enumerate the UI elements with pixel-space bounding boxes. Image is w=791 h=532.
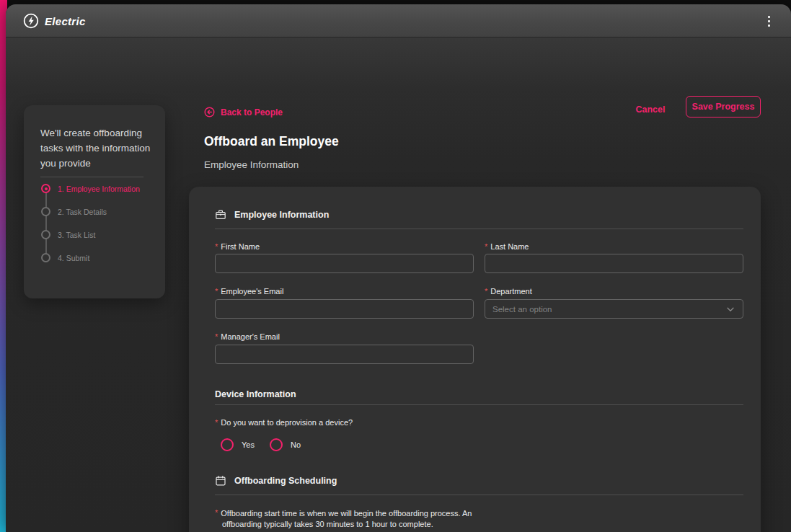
step-indicator-3: [41, 230, 50, 239]
department-select[interactable]: Select an option: [485, 299, 743, 319]
employee-email-label: * Employee's Email: [215, 287, 283, 296]
arrow-left-circle-icon: [204, 107, 215, 118]
deprovision-no-label: No: [291, 440, 301, 449]
main-area: We'll create offboarding tasks with the …: [6, 37, 791, 532]
chevron-down-icon: [725, 304, 735, 314]
department-select-placeholder: Select an option: [492, 305, 552, 314]
deprovision-yes-label: Yes: [242, 440, 255, 449]
stepper-connector-line: [45, 189, 47, 258]
device-information-section-title: Device Information: [215, 389, 296, 399]
app-window: Electric We'll create offboarding tasks …: [6, 4, 791, 532]
stepper-divider: [40, 177, 143, 177]
employee-email-input[interactable]: [215, 299, 474, 319]
brand-name: Electric: [45, 15, 86, 27]
department-label: * Department: [485, 287, 532, 296]
cancel-button[interactable]: Cancel: [633, 102, 668, 118]
sidebar-step-task-list[interactable]: 3. Task List: [58, 231, 95, 239]
required-asterisk: *: [485, 242, 487, 251]
stepper-intro-text: We'll create offboarding tasks with the …: [40, 125, 160, 171]
deprovision-yes-radio[interactable]: Yes: [221, 438, 255, 451]
briefcase-icon: [215, 209, 226, 221]
section-divider: [215, 495, 743, 495]
topbar: Electric: [6, 4, 791, 37]
section-divider: [215, 404, 743, 405]
required-asterisk: *: [215, 242, 218, 251]
back-to-people-link[interactable]: Back to People: [204, 107, 283, 118]
kebab-menu-icon[interactable]: [761, 13, 776, 29]
required-asterisk: *: [485, 287, 487, 296]
manager-email-input[interactable]: [215, 345, 474, 364]
step-indicator-1: [41, 184, 50, 193]
scheduling-description-line1: * Offboarding start time is when we will…: [215, 508, 472, 519]
sidebar-step-submit[interactable]: 4. Submit: [58, 254, 89, 262]
section-divider: [215, 229, 743, 229]
brand-logo: Electric: [23, 12, 86, 30]
required-asterisk: *: [215, 418, 218, 427]
first-name-input[interactable]: [215, 254, 474, 273]
step-indicator-4: [41, 253, 50, 262]
back-link-label: Back to People: [221, 107, 283, 118]
calendar-icon: [215, 475, 226, 487]
lightning-bolt-icon: [23, 13, 39, 29]
required-asterisk: *: [215, 332, 218, 341]
last-name-label: * Last Name: [485, 242, 529, 251]
required-asterisk: *: [215, 287, 218, 296]
deprovision-question-label: * Do you want to deprovision a device?: [215, 418, 353, 427]
scheduling-description-line2: offboarding typically takes 30 minutes t…: [222, 519, 433, 530]
save-progress-button[interactable]: Save Progress: [686, 96, 761, 118]
employee-information-section-title: Employee Information: [234, 210, 329, 220]
employee-information-section-header: Employee Information: [215, 209, 329, 221]
deprovision-no-radio[interactable]: No: [270, 438, 301, 451]
offboarding-scheduling-section-title: Offboarding Scheduling: [234, 476, 337, 486]
form-card: Employee Information * First Name * Last…: [189, 187, 761, 532]
manager-email-label: * Manager's Email: [215, 332, 280, 341]
last-name-input[interactable]: [485, 254, 743, 273]
stepper-card: We'll create offboarding tasks with the …: [24, 105, 165, 298]
page-title: Offboard an Employee: [204, 134, 339, 149]
offboarding-scheduling-section-header: Offboarding Scheduling: [215, 475, 337, 487]
radio-circle-icon: [221, 438, 234, 451]
sidebar-step-task-details[interactable]: 2. Task Details: [58, 208, 107, 216]
screen: Electric We'll create offboarding tasks …: [0, 0, 791, 532]
step-indicator-2: [41, 207, 50, 216]
first-name-label: * First Name: [215, 242, 260, 251]
radio-circle-icon: [270, 438, 283, 451]
sidebar-step-employee-information[interactable]: 1. Employee Information: [58, 185, 140, 193]
required-asterisk: *: [215, 508, 218, 519]
step-active-dot: [45, 187, 48, 190]
page-subtitle: Employee Information: [204, 159, 299, 170]
